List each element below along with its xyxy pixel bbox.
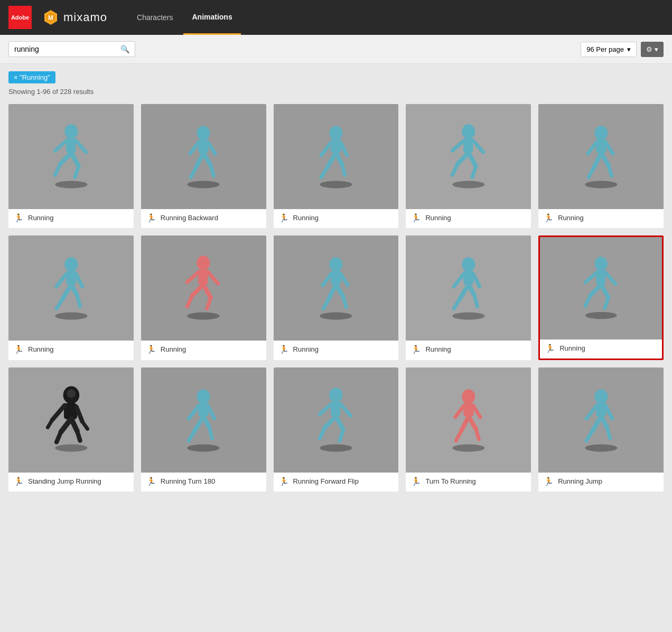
svg-point-58 (197, 256, 210, 270)
figure-svg-5 (557, 120, 645, 193)
svg-line-112 (189, 405, 199, 418)
svg-point-106 (197, 389, 210, 404)
svg-line-128 (456, 431, 461, 440)
svg-line-90 (604, 297, 608, 308)
card-footer-13: 🏃 Running Forward Flip (274, 473, 399, 492)
filter-tag[interactable]: × "Running" (8, 71, 55, 83)
animation-card-5[interactable]: 🏃 Running (538, 104, 664, 228)
svg-line-43 (601, 153, 609, 165)
settings-chevron-icon: ▾ (655, 45, 658, 53)
card-label-5: Running (558, 214, 583, 222)
svg-text:M: M (48, 14, 53, 22)
animation-card-15[interactable]: 🏃 Running Jump (538, 367, 664, 492)
svg-line-10 (55, 140, 67, 150)
figure-svg-11 (27, 383, 115, 457)
card-footer-6: 🏃 Running (8, 341, 134, 360)
settings-button[interactable]: ⚙ ▾ (641, 42, 664, 57)
svg-point-48 (55, 312, 87, 319)
svg-line-121 (320, 404, 331, 414)
animation-card-3[interactable]: 🏃 Running (274, 104, 399, 228)
card-thumb-8 (274, 235, 399, 341)
svg-line-80 (454, 299, 460, 308)
animation-card-12[interactable]: 🏃 Running Turn 180 (141, 367, 266, 492)
animation-card-11[interactable]: 🏃 Standing Jump Running (8, 367, 134, 492)
card-thumb-3 (274, 104, 399, 209)
animation-icon-4: 🏃 (411, 213, 421, 223)
card-label-1: Running (28, 214, 53, 222)
svg-line-54 (77, 295, 80, 306)
svg-line-33 (458, 153, 469, 164)
svg-point-67 (329, 257, 342, 272)
svg-line-20 (208, 142, 216, 154)
animation-icon-12: 🏃 (146, 477, 156, 486)
animation-card-1[interactable]: 🏃 Running (8, 104, 134, 228)
svg-point-84 (585, 312, 617, 319)
svg-line-91 (585, 272, 597, 282)
svg-line-63 (207, 297, 211, 308)
card-label-9: Running (425, 345, 451, 353)
card-label-4: Running (425, 214, 451, 222)
svg-line-103 (48, 420, 52, 427)
svg-line-38 (473, 140, 483, 152)
svg-line-25 (336, 153, 342, 164)
card-thumb-2 (141, 104, 266, 209)
svg-line-104 (82, 421, 87, 429)
card-footer-15: 🏃 Running Jump (538, 473, 664, 492)
card-thumb-12 (141, 367, 266, 473)
svg-line-127 (469, 416, 476, 429)
animation-card-6[interactable]: 🏃 Running (8, 235, 134, 360)
animation-card-14[interactable]: 🏃 Turn To Running (406, 367, 531, 492)
animation-card-13[interactable]: 🏃 Running Forward Flip (274, 367, 399, 492)
card-thumb-10 (540, 237, 662, 339)
card-thumb-9 (406, 235, 531, 341)
card-footer-5: 🏃 Running (538, 209, 664, 228)
svg-line-117 (325, 416, 336, 427)
animation-card-8[interactable]: 🏃 Running (274, 235, 399, 360)
svg-line-64 (188, 272, 199, 282)
svg-point-3 (55, 181, 87, 188)
header: Adobe M mixamo Characters Animations (0, 0, 672, 35)
svg-line-44 (589, 167, 594, 177)
svg-line-120 (340, 429, 343, 440)
svg-line-87 (590, 285, 601, 295)
per-page-select[interactable]: 96 Per page ▾ (581, 42, 637, 57)
card-footer-3: 🏃 Running (274, 209, 399, 228)
nav-animations[interactable]: Animations (183, 0, 240, 35)
svg-point-114 (320, 444, 352, 451)
search-button[interactable]: 🔍 (120, 45, 129, 53)
animation-icon-13: 🏃 (279, 477, 289, 486)
animation-icon-1: 🏃 (14, 213, 24, 223)
svg-line-111 (209, 427, 212, 438)
card-label-11: Standing Jump Running (28, 477, 101, 485)
animation-card-9[interactable]: 🏃 Running (406, 235, 531, 360)
animation-icon-3: 🏃 (279, 213, 289, 223)
svg-line-83 (473, 273, 480, 287)
search-input[interactable] (14, 45, 120, 53)
card-label-12: Running Turn 180 (161, 477, 215, 485)
mixamo-brand: M mixamo (42, 9, 107, 26)
svg-line-74 (340, 273, 348, 285)
animation-card-4[interactable]: 🏃 Running (406, 104, 531, 228)
per-page-label: 96 Per page (586, 45, 624, 53)
animation-card-2[interactable]: 🏃 Running Backward (141, 104, 266, 228)
svg-line-55 (57, 273, 67, 287)
svg-point-57 (188, 312, 220, 319)
svg-point-30 (452, 181, 484, 188)
svg-point-39 (585, 181, 617, 188)
nav-characters[interactable]: Characters (128, 0, 181, 35)
card-footer-4: 🏃 Running (406, 209, 531, 228)
svg-line-11 (76, 140, 86, 152)
animation-icon-11: 🏃 (14, 477, 24, 486)
svg-line-110 (189, 431, 194, 440)
animation-card-10[interactable]: 🏃 Running (538, 235, 664, 360)
svg-line-92 (605, 272, 615, 284)
svg-line-28 (321, 142, 331, 155)
filter-tag-label: × "Running" (14, 73, 50, 81)
animation-icon-5: 🏃 (544, 213, 554, 223)
svg-point-85 (594, 257, 607, 271)
card-label-8: Running (293, 345, 319, 353)
animation-card-7[interactable]: 🏃 Running (141, 235, 266, 360)
svg-line-26 (321, 167, 327, 177)
svg-point-49 (64, 257, 78, 272)
card-label-14: Turn To Running (425, 477, 475, 485)
